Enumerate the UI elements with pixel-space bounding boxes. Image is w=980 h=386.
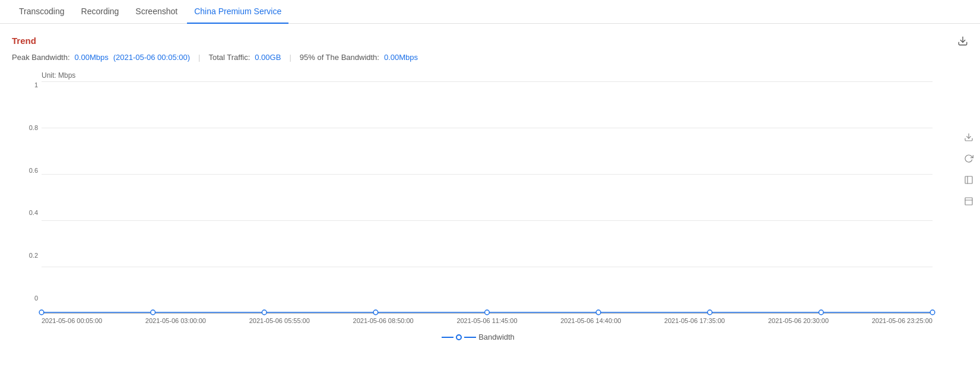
tab-bar: Transcoding Recording Screenshot China P… xyxy=(0,0,980,24)
divider-2: | xyxy=(289,53,291,62)
svg-rect-11 xyxy=(965,176,972,183)
tab-transcoding[interactable]: Transcoding xyxy=(12,0,72,24)
download-top-button[interactable] xyxy=(957,36,968,49)
percentile-label: 95% of The Bandwidth: xyxy=(300,53,379,62)
x-label-5: 2021-05-06 14:40:00 xyxy=(560,317,621,324)
tab-china-premium[interactable]: China Premium Service xyxy=(187,0,288,24)
tab-screenshot[interactable]: Screenshot xyxy=(128,0,185,24)
svg-point-7 xyxy=(708,310,712,315)
stats-row: Peak Bandwidth: 0.00Mbps (2021-05-06 00:… xyxy=(12,53,968,62)
chart-wrapper: 0 0.2 0.4 0.6 0.8 1 xyxy=(24,82,933,314)
x-label-4: 2021-05-06 11:45:00 xyxy=(456,317,517,324)
x-label-1: 2021-05-06 03:00:00 xyxy=(145,317,206,324)
svg-point-9 xyxy=(930,310,935,315)
legend-bandwidth-label: Bandwidth xyxy=(478,333,515,341)
x-label-3: 2021-05-06 08:50:00 xyxy=(353,317,414,324)
svg-point-4 xyxy=(373,310,378,315)
legend-dot xyxy=(456,334,462,340)
x-label-2: 2021-05-06 05:55:00 xyxy=(249,317,310,324)
y-label-06: 0.6 xyxy=(24,167,42,174)
y-label-02: 0.2 xyxy=(24,252,42,259)
right-icons-panel xyxy=(962,131,975,208)
svg-point-2 xyxy=(151,310,156,315)
expand2-button[interactable] xyxy=(962,195,975,208)
legend-dash-2 xyxy=(464,337,476,338)
legend-dash xyxy=(442,337,453,338)
x-label-0: 2021-05-06 00:05:00 xyxy=(42,317,102,324)
download-side-button[interactable] xyxy=(962,131,975,144)
trend-title: Trend xyxy=(12,36,968,46)
main-content: Trend Peak Bandwidth: 0.00Mbps (2021-05-… xyxy=(0,24,980,347)
y-label-1: 1 xyxy=(24,82,42,88)
chart-legend: Bandwidth xyxy=(24,333,933,341)
chart-container: Unit: Mbps 0 0.2 0.4 0.6 0.8 1 xyxy=(24,71,933,341)
divider-1: | xyxy=(198,53,200,62)
svg-point-3 xyxy=(262,310,267,315)
total-traffic-label: Total Traffic: xyxy=(208,53,250,62)
svg-point-1 xyxy=(39,310,44,315)
x-label-7: 2021-05-06 20:30:00 xyxy=(768,317,829,324)
chart-svg xyxy=(42,82,933,314)
refresh-button[interactable] xyxy=(962,152,975,165)
percentile-value: 0.00Mbps xyxy=(384,53,418,62)
y-label-04: 0.4 xyxy=(24,210,42,216)
svg-point-5 xyxy=(485,310,490,315)
x-label-8: 2021-05-06 23:25:00 xyxy=(872,317,933,324)
peak-bandwidth-value: 0.00Mbps xyxy=(75,53,109,62)
chart-unit-label: Unit: Mbps xyxy=(42,71,933,80)
legend-bandwidth: Bandwidth xyxy=(442,333,515,341)
peak-bandwidth-date: (2021-05-06 00:05:00) xyxy=(113,53,190,62)
tab-recording[interactable]: Recording xyxy=(74,0,126,24)
svg-point-6 xyxy=(596,310,601,315)
y-label-08: 0.8 xyxy=(24,125,42,131)
svg-point-8 xyxy=(819,310,824,315)
total-traffic-value: 0.00GB xyxy=(255,53,281,62)
peak-bandwidth-label: Peak Bandwidth: xyxy=(12,53,70,62)
x-label-6: 2021-05-06 17:35:00 xyxy=(664,317,725,324)
y-axis: 0 0.2 0.4 0.6 0.8 1 xyxy=(24,82,42,314)
svg-rect-13 xyxy=(965,198,972,205)
chart-plot xyxy=(42,82,933,314)
y-label-0: 0 xyxy=(24,295,42,302)
expand1-button[interactable] xyxy=(962,173,975,186)
